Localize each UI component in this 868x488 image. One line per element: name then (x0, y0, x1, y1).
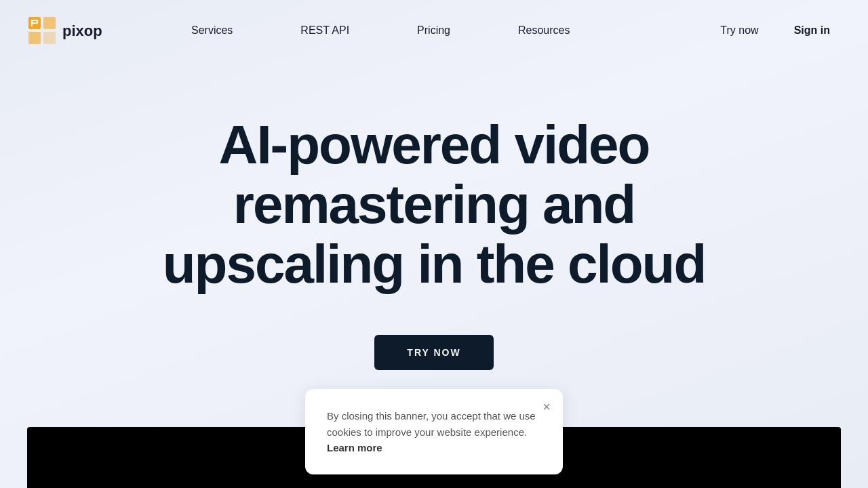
nav-try-now[interactable]: Try now (709, 19, 769, 42)
svg-rect-2 (28, 32, 41, 44)
pixop-logo-icon (27, 16, 57, 45)
cookie-message: By closing this banner, you accept that … (327, 408, 541, 455)
nav-rest-api[interactable]: REST API (267, 19, 383, 42)
svg-rect-7 (37, 20, 38, 24)
logo-link[interactable]: pixop (27, 16, 117, 45)
svg-rect-6 (31, 22, 37, 24)
nav-sign-in[interactable]: Sign in (783, 19, 841, 42)
nav-right: Try now Sign in (709, 19, 841, 42)
hero-cta-button[interactable]: TRY NOW (374, 335, 493, 370)
nav-links: Services REST API Pricing Resources (157, 19, 709, 42)
navbar: pixop Services REST API Pricing Resource… (0, 0, 868, 61)
nav-pricing[interactable]: Pricing (383, 19, 484, 42)
svg-rect-1 (43, 17, 56, 29)
pixop-wordmark: pixop (62, 21, 117, 40)
hero-title: AI-powered video remastering and upscali… (129, 115, 739, 294)
svg-text:pixop: pixop (62, 22, 102, 39)
svg-rect-3 (43, 32, 56, 44)
cookie-learn-more-link[interactable]: Learn more (327, 442, 382, 453)
nav-services[interactable]: Services (157, 19, 267, 42)
cookie-banner: × By closing this banner, you accept tha… (305, 389, 563, 474)
cookie-close-button[interactable]: × (542, 400, 551, 413)
nav-resources[interactable]: Resources (484, 19, 604, 42)
hero-section: AI-powered video remastering and upscali… (0, 61, 868, 370)
